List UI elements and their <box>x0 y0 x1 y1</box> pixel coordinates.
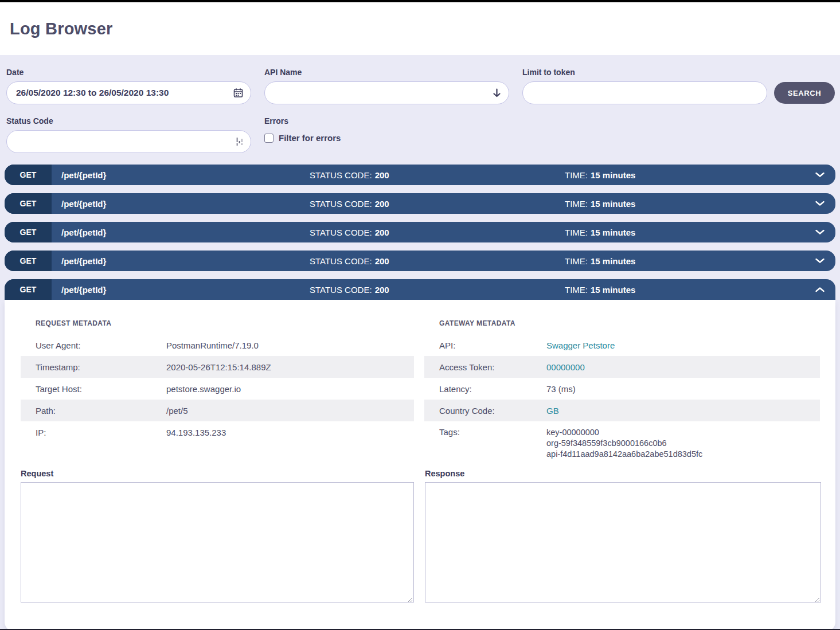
status-code-value: 200 <box>375 199 389 209</box>
time-summary: TIME:15 minutes <box>565 256 635 266</box>
time-summary: TIME:15 minutes <box>565 170 635 180</box>
meta-value: /pet/5 <box>166 406 188 416</box>
tag-line: api-f4d11aad9a8142aa6ba2abe51d83d5fc <box>546 449 702 460</box>
time-prefix: TIME: <box>565 228 588 237</box>
status-code-summary: STATUS CODE:200 <box>310 256 389 266</box>
gateway-metadata-section: GATEWAY METADATA API: Swagger Petstore A… <box>424 319 820 464</box>
time-summary: TIME:15 minutes <box>565 228 635 237</box>
log-row-expanded[interactable]: GET /pet/{petId} STATUS CODE:200 TIME:15… <box>5 279 835 300</box>
meta-row-user-agent: User Agent: PostmanRuntime/7.19.0 <box>21 334 414 356</box>
status-code-summary: STATUS CODE:200 <box>310 170 389 180</box>
meta-value: PostmanRuntime/7.19.0 <box>166 341 259 350</box>
meta-label: User Agent: <box>36 341 166 350</box>
log-detail-panel: REQUEST METADATA User Agent: PostmanRunt… <box>5 300 835 630</box>
gateway-metadata-heading: GATEWAY METADATA <box>424 319 820 327</box>
log-row[interactable]: GET /pet/{petId} STATUS CODE:200 TIME:15… <box>5 222 835 242</box>
request-label: Request <box>21 469 414 478</box>
api-link[interactable]: Swagger Petstore <box>546 341 615 350</box>
limit-token-field-group: Limit to token <box>522 68 767 104</box>
api-name-select[interactable] <box>264 81 509 104</box>
log-row[interactable]: GET /pet/{petId} STATUS CODE:200 TIME:15… <box>5 193 835 214</box>
log-row[interactable]: GET /pet/{petId} STATUS CODE:200 TIME:15… <box>5 165 835 185</box>
log-row[interactable]: GET /pet/{petId} STATUS CODE:200 TIME:15… <box>5 251 835 271</box>
endpoint-path: /pet/{petId} <box>61 228 106 237</box>
chevron-down-icon[interactable] <box>815 173 825 178</box>
time-prefix: TIME: <box>565 199 588 209</box>
request-body-textarea[interactable] <box>21 482 414 602</box>
tag-line: key-00000000 <box>546 427 702 438</box>
time-value: 15 minutes <box>591 228 635 237</box>
status-code-prefix: STATUS CODE: <box>310 256 372 266</box>
time-value: 15 minutes <box>591 285 635 295</box>
meta-row-access-token: Access Token: 00000000 <box>424 356 820 378</box>
date-field-group: Date <box>6 68 251 104</box>
limit-token-input[interactable] <box>522 81 767 104</box>
method-label: GET <box>20 170 37 179</box>
status-code-value: 200 <box>375 170 389 180</box>
meta-label: Country Code: <box>439 406 546 416</box>
meta-label: Tags: <box>439 427 546 437</box>
method-label: GET <box>20 228 37 237</box>
meta-row-ip: IP: 94.193.135.233 <box>21 421 414 443</box>
status-code-value: 200 <box>375 228 389 237</box>
chevron-up-icon[interactable] <box>815 287 825 292</box>
status-code-summary: STATUS CODE:200 <box>310 199 389 209</box>
endpoint-path: /pet/{petId} <box>61 256 106 266</box>
chevron-down-icon[interactable] <box>815 230 825 235</box>
meta-value: 2020-05-26T12:15:14.889Z <box>166 362 271 372</box>
page-header: Log Browser <box>0 2 840 55</box>
limit-token-label: Limit to token <box>522 68 767 77</box>
filter-errors-checkbox[interactable] <box>264 134 274 143</box>
response-body-section: Response <box>425 469 821 605</box>
chevron-down-icon[interactable] <box>815 259 825 264</box>
response-body-textarea[interactable] <box>425 482 821 602</box>
response-label: Response <box>425 469 821 478</box>
method-badge: GET <box>5 193 52 214</box>
meta-row-api: API: Swagger Petstore <box>424 334 820 356</box>
method-badge: GET <box>5 165 52 185</box>
meta-row-tags: Tags: key-00000000 org-59f348559f3cb9000… <box>424 421 820 464</box>
status-code-field-group: Status Code <box>6 116 251 153</box>
endpoint-path: /pet/{petId} <box>61 199 106 209</box>
method-label: GET <box>20 199 37 208</box>
calendar-icon[interactable] <box>233 88 243 98</box>
status-code-summary: STATUS CODE:200 <box>310 228 389 237</box>
api-name-field-group: API Name <box>264 68 509 104</box>
status-code-input[interactable] <box>6 130 251 153</box>
meta-label: Timestamp: <box>36 362 166 372</box>
filter-errors-checkbox-label: Filter for errors <box>279 133 341 143</box>
log-list: GET /pet/{petId} STATUS CODE:200 TIME:15… <box>0 165 840 630</box>
arrow-down-icon[interactable] <box>493 88 501 97</box>
method-label: GET <box>20 285 37 294</box>
time-prefix: TIME: <box>565 285 588 295</box>
meta-label: Latency: <box>439 384 546 394</box>
meta-row-path: Path: /pet/5 <box>21 400 414 421</box>
search-button[interactable]: SEARCH <box>774 82 835 104</box>
method-badge: GET <box>5 222 52 242</box>
meta-label: Target Host: <box>36 384 166 394</box>
filter-panel: Date <box>0 55 840 153</box>
meta-label: Path: <box>36 406 166 416</box>
status-code-prefix: STATUS CODE: <box>310 285 372 295</box>
date-range-input[interactable] <box>6 81 251 104</box>
histogram-icon <box>236 137 243 146</box>
meta-row-latency: Latency: 73 (ms) <box>424 378 820 400</box>
status-code-prefix: STATUS CODE: <box>310 199 372 209</box>
time-value: 15 minutes <box>591 199 635 209</box>
date-label: Date <box>6 68 251 77</box>
meta-row-timestamp: Timestamp: 2020-05-26T12:15:14.889Z <box>21 356 414 378</box>
time-summary: TIME:15 minutes <box>565 199 635 209</box>
time-value: 15 minutes <box>591 256 635 266</box>
request-metadata-section: REQUEST METADATA User Agent: PostmanRunt… <box>21 319 414 464</box>
meta-label: Access Token: <box>439 362 546 372</box>
country-code-link[interactable]: GB <box>546 406 559 416</box>
time-prefix: TIME: <box>565 256 588 266</box>
access-token-link[interactable]: 00000000 <box>546 362 585 372</box>
meta-row-target-host: Target Host: petstore.swagger.io <box>21 378 414 400</box>
meta-value: 73 (ms) <box>546 384 576 394</box>
chevron-down-icon[interactable] <box>815 201 825 206</box>
status-code-value: 200 <box>375 285 389 295</box>
method-badge: GET <box>5 251 52 271</box>
status-code-value: 200 <box>375 256 389 266</box>
endpoint-path: /pet/{petId} <box>61 170 106 180</box>
